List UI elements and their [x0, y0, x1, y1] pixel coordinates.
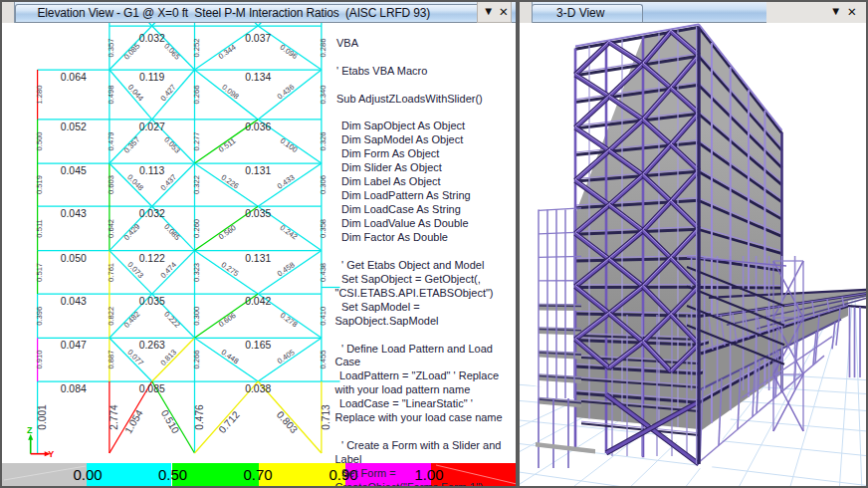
svg-text:0.113: 0.113	[139, 165, 164, 176]
svg-text:0.405: 0.405	[276, 348, 297, 366]
svg-text:0.131: 0.131	[245, 165, 271, 176]
svg-text:0.803: 0.803	[275, 409, 300, 436]
svg-text:0.263: 0.263	[139, 340, 165, 351]
svg-text:0.511: 0.511	[217, 136, 237, 154]
svg-text:0.500: 0.500	[35, 131, 44, 150]
svg-text:0.052: 0.052	[61, 122, 87, 132]
svg-text:1.054: 1.054	[122, 407, 145, 435]
svg-text:0.065: 0.065	[162, 42, 182, 62]
svg-text:0.482: 0.482	[122, 310, 142, 330]
svg-text:0.252: 0.252	[192, 38, 201, 57]
svg-text:0.479: 0.479	[107, 131, 115, 150]
svg-text:0.510: 0.510	[159, 408, 182, 436]
svg-text:0.131: 0.131	[245, 253, 271, 264]
svg-text:0.357: 0.357	[107, 38, 115, 57]
svg-text:0.084: 0.084	[61, 383, 87, 394]
svg-text:0.047: 0.047	[61, 340, 87, 351]
svg-text:0.027: 0.027	[139, 122, 165, 132]
svg-text:0.438: 0.438	[319, 263, 327, 282]
svg-text:0.035: 0.035	[139, 296, 165, 307]
svg-text:0.455: 0.455	[319, 351, 327, 369]
svg-text:0.032: 0.032	[139, 33, 165, 44]
svg-text:0.036: 0.036	[245, 122, 271, 132]
svg-text:0.242: 0.242	[279, 223, 300, 241]
svg-text:0.266: 0.266	[192, 85, 201, 104]
svg-text:0.344: 0.344	[217, 43, 238, 61]
svg-text:0.761: 0.761	[107, 263, 115, 282]
svg-text:0.713: 0.713	[321, 404, 331, 430]
svg-text:0.326: 0.326	[319, 131, 327, 150]
svg-text:0.517: 0.517	[35, 263, 44, 282]
svg-text:0.323: 0.323	[192, 263, 201, 282]
svg-text:0.277: 0.277	[192, 131, 201, 150]
svg-text:1.280: 1.280	[35, 85, 44, 104]
svg-text:0.042: 0.042	[245, 296, 271, 307]
svg-text:0.498: 0.498	[107, 85, 115, 104]
svg-text:0.222: 0.222	[162, 310, 182, 330]
svg-text:0.260: 0.260	[192, 219, 201, 238]
svg-text:0.429: 0.429	[122, 222, 142, 242]
svg-text:0.712: 0.712	[217, 409, 242, 436]
svg-text:0.045: 0.045	[61, 165, 87, 176]
svg-text:0.822: 0.822	[107, 307, 115, 326]
svg-text:0.275: 0.275	[220, 260, 241, 278]
svg-text:0.458: 0.458	[276, 260, 297, 278]
svg-text:0.096: 0.096	[279, 43, 300, 61]
svg-text:0.300: 0.300	[192, 307, 201, 326]
svg-text:0.519: 0.519	[35, 175, 44, 194]
svg-text:0.910: 0.910	[35, 351, 44, 369]
svg-text:0.085: 0.085	[139, 383, 165, 394]
svg-text:0.358: 0.358	[319, 219, 327, 238]
svg-text:0.134: 0.134	[245, 72, 271, 83]
svg-text:0.642: 0.642	[107, 219, 115, 238]
svg-text:0.043: 0.043	[61, 296, 87, 307]
svg-text:0.560: 0.560	[217, 223, 238, 241]
svg-text:0.038: 0.038	[245, 383, 271, 394]
svg-text:0.085: 0.085	[122, 42, 142, 62]
svg-text:0.340: 0.340	[319, 85, 327, 104]
svg-text:0.122: 0.122	[139, 253, 165, 264]
svg-text:0.100: 0.100	[279, 136, 300, 154]
svg-text:0.511: 0.511	[35, 219, 44, 237]
svg-text:0.410: 0.410	[319, 307, 327, 326]
svg-text:0.043: 0.043	[61, 208, 87, 219]
svg-text:0.032: 0.032	[139, 208, 165, 219]
svg-text:0.396: 0.396	[35, 307, 44, 326]
svg-text:0.357: 0.357	[122, 135, 142, 155]
svg-text:2.774: 2.774	[108, 404, 119, 430]
svg-text:Z: Z	[27, 425, 33, 435]
svg-text:0.887: 0.887	[107, 351, 115, 369]
svg-text:0.322: 0.322	[192, 175, 201, 194]
svg-text:0.053: 0.053	[162, 135, 182, 155]
svg-text:0.085: 0.085	[162, 222, 182, 242]
svg-text:0.037: 0.037	[245, 33, 271, 44]
svg-text:0.476: 0.476	[194, 404, 205, 430]
svg-text:0.266: 0.266	[192, 351, 201, 369]
svg-text:0.119: 0.119	[139, 72, 164, 83]
svg-text:0.064: 0.064	[61, 72, 87, 83]
svg-text:0.606: 0.606	[217, 311, 238, 329]
svg-text:0.278: 0.278	[279, 311, 300, 329]
svg-text:0.286: 0.286	[319, 38, 327, 57]
svg-text:0.165: 0.165	[245, 340, 271, 351]
svg-text:0.050: 0.050	[61, 253, 87, 264]
svg-text:0.603: 0.603	[107, 175, 115, 194]
svg-text:0.001: 0.001	[37, 404, 48, 430]
svg-text:0.035: 0.035	[245, 208, 271, 219]
svg-text:0.306: 0.306	[319, 175, 327, 194]
svg-text:0.448: 0.448	[220, 348, 241, 366]
svg-text:Y: Y	[48, 449, 54, 459]
